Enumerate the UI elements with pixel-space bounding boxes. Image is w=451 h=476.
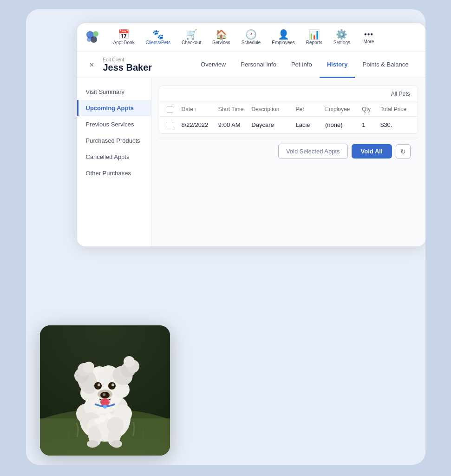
table-container: All Pets Date ↑ Start Time Description: [159, 86, 418, 134]
header-date[interactable]: Date ↑: [182, 106, 218, 112]
tab-overview[interactable]: Overview: [193, 52, 233, 78]
clients-pets-icon: 🐾: [152, 30, 164, 39]
cell-qty: 1: [362, 121, 380, 128]
svg-point-3: [87, 37, 92, 42]
tab-history[interactable]: History: [320, 52, 355, 78]
svg-point-45: [103, 393, 105, 396]
close-button[interactable]: ×: [86, 60, 98, 71]
dog-photo-card: [40, 325, 170, 456]
nav-item-schedule[interactable]: 🕐 Schedule: [237, 27, 266, 48]
void-selected-button[interactable]: Void Selected Appts: [278, 144, 348, 159]
all-pets-filter-label: All Pets: [391, 91, 410, 97]
header-total-price[interactable]: Total Price: [380, 106, 410, 112]
table-filter-row: All Pets: [159, 86, 418, 102]
header-checkbox-cell: [167, 106, 182, 112]
edit-client-label: Edit Client: [103, 57, 152, 62]
nav-item-settings[interactable]: ⚙️ Settings: [329, 27, 355, 48]
cell-start-time: 9:00 AM: [218, 121, 251, 128]
appt-book-icon: 📅: [118, 30, 130, 39]
table-row[interactable]: 8/22/2022 9:00 AM Daycare Lacie (none) 1…: [159, 117, 418, 133]
tab-points-balance[interactable]: Points & Balance: [355, 52, 416, 78]
refresh-icon: ↻: [400, 148, 406, 155]
date-label: Date: [182, 106, 193, 112]
employees-label: Employees: [272, 40, 294, 45]
schedule-icon: 🕐: [245, 30, 257, 39]
tab-personal-info[interactable]: Personal Info: [233, 52, 284, 78]
appt-book-label: Appt Book: [113, 40, 135, 45]
sidebar-item-previous-services[interactable]: Previous Services: [77, 116, 151, 132]
top-nav: 📅 Appt Book 🐾 Clients/Pets 🛒 Checkout 🏠 …: [77, 23, 425, 52]
services-label: Services: [212, 40, 230, 45]
client-info: Edit Client Jess Baker: [103, 57, 152, 73]
cell-pet: Lacie: [296, 121, 325, 128]
nav-item-services[interactable]: 🏠 Services: [208, 27, 235, 48]
svg-point-2: [91, 36, 97, 43]
app-card: 📅 Appt Book 🐾 Clients/Pets 🛒 Checkout 🏠 …: [77, 23, 425, 246]
tab-pet-info[interactable]: Pet Info: [284, 52, 320, 78]
more-icon: •••: [364, 31, 373, 38]
refresh-button[interactable]: ↻: [396, 144, 411, 159]
sidebar-item-upcoming-appts[interactable]: Upcoming Appts: [77, 100, 151, 116]
row-checkbox-cell: [167, 122, 182, 128]
svg-point-22: [111, 440, 122, 448]
svg-point-38: [124, 356, 135, 367]
client-name: Jess Baker: [103, 62, 152, 73]
nav-item-appt-book[interactable]: 📅 Appt Book: [109, 27, 139, 48]
header-qty[interactable]: Qty: [362, 106, 380, 112]
column-headers: Date ↑ Start Time Description Pet Employ…: [159, 102, 418, 117]
outer-wrapper: 📅 Appt Book 🐾 Clients/Pets 🛒 Checkout 🏠 …: [26, 9, 425, 465]
sidebar: Visit Summary Upcoming Appts Previous Se…: [77, 78, 151, 246]
sidebar-item-purchased-products[interactable]: Purchased Products: [77, 132, 151, 149]
cell-date: 8/22/2022: [182, 121, 218, 128]
svg-point-41: [98, 383, 100, 386]
cell-total-price: $30.: [380, 121, 410, 128]
cell-employee: (none): [325, 121, 362, 128]
sidebar-item-cancelled-appts[interactable]: Cancelled Appts: [77, 149, 151, 165]
row-checkbox[interactable]: [167, 122, 173, 128]
header-employee[interactable]: Employee: [325, 106, 362, 112]
main-content: All Pets Date ↑ Start Time Description: [151, 78, 425, 246]
schedule-label: Schedule: [242, 40, 261, 45]
svg-point-50: [95, 417, 101, 424]
reports-icon: 📊: [308, 30, 320, 39]
dog-photo-background: [40, 325, 170, 456]
svg-point-34: [83, 362, 94, 373]
more-label: More: [364, 39, 374, 44]
settings-label: Settings: [333, 40, 350, 45]
nav-item-more[interactable]: ••• More: [357, 28, 381, 47]
cell-description: Daycare: [251, 121, 295, 128]
header-checkbox[interactable]: [167, 106, 173, 112]
svg-point-21: [87, 440, 98, 448]
void-all-button[interactable]: Void All: [352, 144, 392, 159]
header-start-time[interactable]: Start Time: [218, 106, 251, 112]
app-logo: [85, 29, 101, 46]
nav-item-checkout[interactable]: 🛒 Checkout: [177, 27, 206, 48]
nav-item-employees[interactable]: 👤 Employees: [267, 27, 299, 48]
header-description[interactable]: Description: [251, 106, 295, 112]
employees-icon: 👤: [278, 30, 289, 39]
sort-arrow-icon: ↑: [194, 107, 196, 112]
services-icon: 🏠: [216, 30, 227, 39]
checkout-icon: 🛒: [186, 30, 197, 39]
tab-bar: Overview Personal Info Pet Info History …: [193, 52, 416, 78]
client-header: × Edit Client Jess Baker Overview Person…: [77, 52, 425, 78]
content-area: Visit Summary Upcoming Appts Previous Se…: [77, 78, 425, 246]
footer-bar: Void Selected Appts Void All ↻: [159, 138, 418, 165]
clients-pets-label: Clients/Pets: [146, 40, 170, 45]
checkout-label: Checkout: [182, 40, 201, 45]
sidebar-item-other-purchases[interactable]: Other Purchases: [77, 165, 151, 181]
header-pet[interactable]: Pet: [296, 106, 325, 112]
nav-item-reports[interactable]: 📊 Reports: [301, 27, 327, 48]
svg-point-1: [93, 31, 98, 37]
reports-label: Reports: [306, 40, 322, 45]
svg-point-47: [103, 405, 107, 409]
sidebar-item-visit-summary[interactable]: Visit Summary: [77, 84, 151, 100]
settings-icon: ⚙️: [336, 30, 347, 39]
svg-point-49: [105, 413, 112, 419]
svg-point-42: [111, 383, 114, 386]
nav-item-clients-pets[interactable]: 🐾 Clients/Pets: [141, 27, 175, 48]
